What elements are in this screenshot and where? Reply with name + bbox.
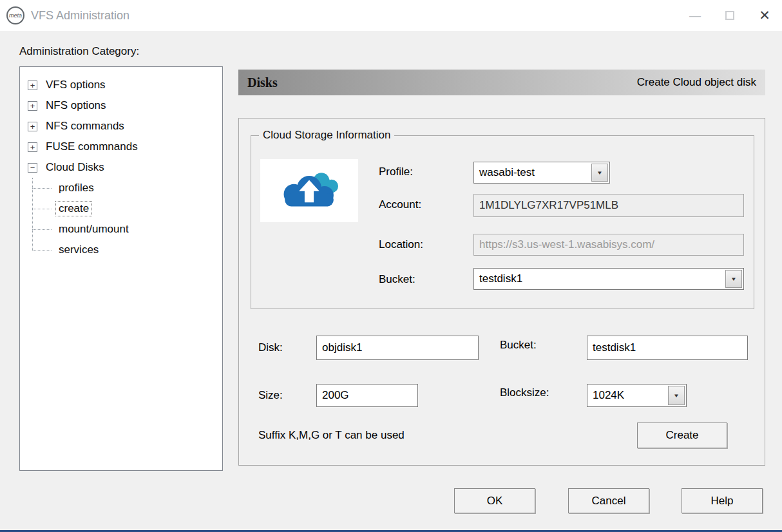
tree-item-nfs-options[interactable]: + NFS options <box>28 95 222 116</box>
window-title: VFS Administration <box>31 9 129 23</box>
panel-title: Disks <box>247 75 278 90</box>
dropdown-arrow-icon[interactable]: ▼ <box>725 270 742 288</box>
expand-plus-icon[interactable]: + <box>28 142 37 152</box>
cancel-button[interactable]: Cancel <box>568 488 649 513</box>
tree-item-profiles[interactable]: profiles <box>28 178 222 198</box>
tree-item-label: create <box>56 202 91 216</box>
bucket-input[interactable] <box>587 336 748 360</box>
tree-item-cloud-disks[interactable]: − Cloud Disks <box>28 157 222 178</box>
window-controls: — ✕ <box>678 0 782 31</box>
expand-plus-icon[interactable]: + <box>28 122 37 131</box>
dialog-body: Administration Category: + VFS options +… <box>0 31 782 532</box>
admin-category-tree: + VFS options + NFS options + NFS comman… <box>19 66 223 471</box>
disk-label: Disk: <box>258 341 283 354</box>
close-button[interactable]: ✕ <box>747 0 782 31</box>
tree-item-nfs-commands[interactable]: + NFS commands <box>28 116 222 137</box>
sidebar-label: Administration Category: <box>19 45 139 58</box>
app-logo-icon: meta <box>6 6 24 24</box>
tree-item-label: profiles <box>56 181 97 195</box>
blocksize-label: Blocksize: <box>500 386 549 399</box>
collapse-minus-icon[interactable]: − <box>28 163 37 173</box>
tree-item-label: Cloud Disks <box>43 160 107 175</box>
blocksize-combobox[interactable]: 1024K ▼ <box>587 384 687 407</box>
minimize-icon: — <box>689 9 701 23</box>
tree-item-label: VFS options <box>43 78 108 92</box>
account-label: Account: <box>379 198 421 211</box>
tree-item-label: NFS commands <box>43 119 127 133</box>
size-input[interactable] <box>316 384 418 407</box>
group-legend: Cloud Storage Information <box>259 129 394 142</box>
maximize-button[interactable] <box>712 0 747 31</box>
window-titlebar: meta VFS Administration — ✕ <box>0 0 782 31</box>
panel-header: Disks Create Cloud object disk <box>238 70 765 95</box>
cloud-disks-children: profiles create mount/umount services <box>28 178 222 260</box>
tree-item-label: mount/umount <box>56 222 131 236</box>
size-label: Size: <box>258 389 283 402</box>
cloud-storage-group: Cloud Storage Information <box>251 135 754 309</box>
suffix-hint: Suffix K,M,G or T can be used <box>258 429 405 442</box>
close-icon: ✕ <box>759 8 770 23</box>
tree-item-label: FUSE commnands <box>43 140 140 154</box>
ok-button[interactable]: OK <box>454 488 535 513</box>
disk-input[interactable] <box>316 336 479 360</box>
profile-label: Profile: <box>379 166 413 178</box>
help-button[interactable]: Help <box>682 488 763 513</box>
tree-item-label: services <box>56 243 101 257</box>
panel-action-label: Create Cloud object disk <box>637 76 756 89</box>
expand-plus-icon[interactable]: + <box>28 81 37 90</box>
minimize-button[interactable]: — <box>678 0 712 31</box>
bucket-combobox[interactable]: testdisk1 ▼ <box>473 268 744 290</box>
tree-item-label: NFS options <box>43 99 109 113</box>
profile-combobox[interactable]: wasabi-test ▼ <box>473 162 610 184</box>
dropdown-arrow-icon[interactable]: ▼ <box>591 164 608 182</box>
location-label: Location: <box>379 238 423 251</box>
profile-combobox-value: wasabi-test <box>474 166 590 179</box>
bucket-source-label: Bucket: <box>379 273 415 286</box>
cloud-upload-icon <box>260 159 358 222</box>
create-button[interactable]: Create <box>637 423 727 448</box>
dropdown-arrow-icon[interactable]: ▼ <box>668 386 685 405</box>
account-field <box>473 194 744 217</box>
bucket-label: Bucket: <box>500 339 537 352</box>
blocksize-combobox-value: 1024K <box>587 389 667 402</box>
tree-item-fuse-commands[interactable]: + FUSE commnands <box>28 137 222 157</box>
location-field <box>473 234 744 256</box>
bucket-combobox-value: testdisk1 <box>474 272 724 285</box>
tree-item-create[interactable]: create <box>28 198 222 219</box>
expand-plus-icon[interactable]: + <box>28 101 37 111</box>
tree-item-mount-umount[interactable]: mount/umount <box>28 219 222 240</box>
maximize-icon <box>725 11 734 20</box>
tree-item-vfs-options[interactable]: + VFS options <box>28 75 222 95</box>
panel-content: Cloud Storage Information <box>238 118 765 466</box>
tree-item-services[interactable]: services <box>28 240 222 260</box>
